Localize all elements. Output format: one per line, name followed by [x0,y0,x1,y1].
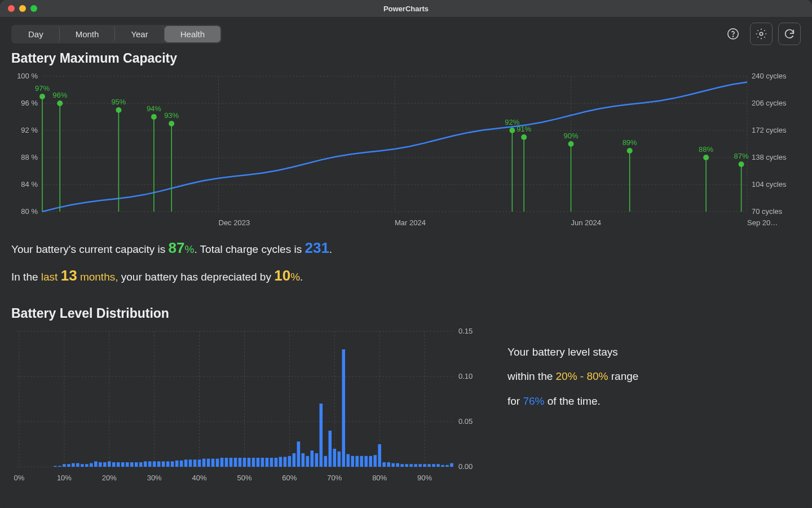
svg-rect-131 [239,458,242,467]
svg-rect-111 [148,461,152,467]
svg-rect-135 [257,458,260,467]
cycles-value: 231 [304,239,329,256]
svg-rect-174 [432,464,435,467]
svg-rect-124 [207,458,210,466]
svg-text:96 %: 96 % [21,99,38,107]
summary-text: range [608,370,639,382]
summary-text: of the time. [545,395,601,407]
svg-text:84 %: 84 % [21,180,38,189]
svg-rect-97 [85,464,89,467]
svg-rect-101 [103,462,107,467]
svg-point-51 [568,141,574,147]
tab-day[interactable]: Day [12,26,60,42]
svg-text:0%: 0% [14,474,25,482]
depreciation-unit: % [290,271,300,283]
svg-rect-167 [400,464,404,467]
svg-rect-148 [315,453,319,467]
svg-rect-129 [230,458,233,467]
svg-rect-128 [225,458,228,467]
svg-rect-117 [175,461,179,467]
svg-rect-172 [423,464,426,467]
svg-rect-103 [112,462,116,467]
svg-rect-153 [337,452,341,467]
svg-rect-92 [63,464,66,467]
svg-rect-99 [94,461,98,467]
svg-rect-157 [355,456,359,467]
svg-rect-139 [275,458,278,467]
svg-point-36 [116,107,121,113]
svg-text:0.10: 0.10 [458,372,473,380]
summary-text: within the [508,370,556,382]
help-button[interactable] [722,23,744,45]
range-pct-value: 76 [523,395,535,407]
svg-rect-168 [405,464,408,467]
distribution-chart: 0.000.050.100.150%10%20%30%40%50%60%70%8… [11,326,485,484]
svg-rect-95 [76,463,80,466]
svg-text:90%: 90% [563,132,578,140]
refresh-button[interactable] [778,23,801,45]
svg-rect-116 [171,461,174,467]
svg-text:89%: 89% [623,138,637,147]
svg-rect-136 [261,458,264,467]
svg-text:Dec 2023: Dec 2023 [219,218,250,227]
svg-rect-140 [279,457,283,467]
summary-text: . [329,243,332,255]
svg-text:87%: 87% [734,152,749,160]
distribution-chart-svg: 0.000.050.100.150%10%20%30%40%50%60%70%8… [11,326,485,484]
svg-rect-93 [67,464,70,467]
toolbar-right [722,23,801,45]
svg-rect-178 [450,463,453,466]
svg-rect-141 [284,457,287,467]
capacity-summary: Your battery's current capacity is 87%. … [11,234,801,290]
summary-text: . [300,271,303,283]
svg-rect-114 [162,461,165,467]
tab-month[interactable]: Month [60,26,116,42]
svg-text:30%: 30% [147,474,162,482]
settings-button[interactable] [750,23,773,45]
svg-rect-151 [328,431,332,467]
svg-text:104 cycles: 104 cycles [752,180,787,189]
summary-text: Your battery's current capacity is [11,243,169,255]
svg-rect-162 [378,444,381,467]
svg-text:10%: 10% [57,474,72,482]
toolbar: Day Month Year Health [0,17,812,51]
svg-rect-102 [108,461,111,467]
svg-point-45 [509,128,515,133]
svg-text:90%: 90% [417,474,432,482]
svg-rect-125 [211,458,215,466]
svg-text:138 cycles: 138 cycles [752,153,787,161]
svg-rect-126 [216,458,219,466]
svg-rect-120 [189,459,192,467]
svg-rect-96 [81,464,84,467]
svg-rect-173 [427,464,431,467]
svg-rect-127 [220,458,224,467]
svg-rect-145 [302,453,305,467]
svg-rect-113 [157,461,161,467]
capacity-chart-svg: 80 %84 %88 %92 %96 %100 %70 cycles104 cy… [11,71,801,229]
svg-rect-146 [306,456,310,467]
svg-rect-144 [297,441,301,467]
capacity-unit: % [184,243,194,255]
gear-icon [755,28,767,40]
svg-point-39 [151,114,157,120]
svg-rect-164 [387,462,390,467]
svg-rect-171 [418,464,422,467]
svg-rect-155 [346,454,350,466]
tab-year[interactable]: Year [115,26,164,42]
svg-rect-159 [364,456,368,467]
svg-text:206 cycles: 206 cycles [752,99,787,107]
tab-health[interactable]: Health [165,26,220,42]
view-tabs: Day Month Year Health [11,25,222,43]
svg-rect-154 [342,349,345,467]
svg-text:95%: 95% [111,98,126,106]
svg-text:Sep 20…: Sep 20… [747,218,778,227]
svg-rect-105 [121,462,125,467]
summary-text: In the [11,271,41,283]
summary-text: last [41,271,61,283]
svg-rect-132 [243,458,246,467]
svg-text:91%: 91% [517,125,531,133]
svg-rect-163 [382,462,386,467]
svg-text:80%: 80% [372,474,387,482]
svg-rect-109 [139,462,143,467]
svg-text:20%: 20% [102,474,117,482]
